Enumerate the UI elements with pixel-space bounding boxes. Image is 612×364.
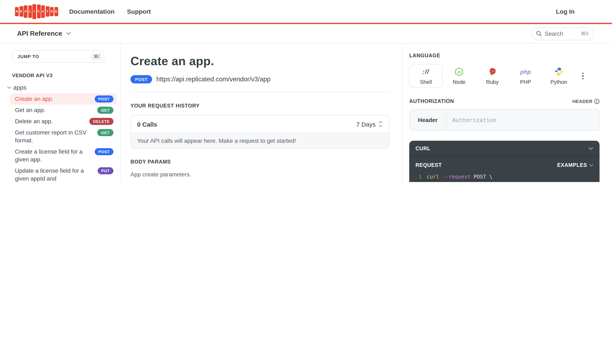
sidebar-item-label: Get an app.	[15, 106, 45, 114]
search-shortcut: ⌘K	[581, 31, 589, 37]
sidebar-item-label: Delete an app.	[15, 117, 53, 125]
history-range-value: 7 Days	[356, 121, 376, 128]
auth-type-badge: HEADER	[572, 99, 600, 104]
shell-icon: ://	[422, 67, 429, 76]
curl-panel-header[interactable]: CURL	[409, 141, 599, 157]
endpoint-list: Create an app.POSTGet an app.GETDelete a…	[10, 93, 117, 182]
jump-to-shortcut: ⌘/	[91, 53, 101, 60]
logo-letter-tile: T	[45, 6, 49, 17]
curl-code-block: 1curl --request POST \2 --url https://ap…	[409, 171, 599, 182]
language-label: Python	[551, 79, 567, 85]
method-badge: POST	[130, 75, 152, 83]
sidebar-item-label: Get customer report in CSV format.	[15, 129, 91, 144]
line-number: 1	[413, 173, 422, 181]
logo-letter-tile: C	[37, 5, 41, 18]
top-nav: Documentation Support	[69, 8, 151, 15]
language-label: Shell	[420, 79, 432, 85]
method-badge: POST	[95, 148, 113, 155]
ruby-icon	[488, 67, 497, 76]
login-link[interactable]: Log In	[556, 8, 575, 15]
sidebar-item-create-a-license-field-for-a-given-app[interactable]: Create a license field for a given app.P…	[10, 146, 117, 165]
request-examples-dropdown[interactable]: EXAMPLES	[557, 162, 593, 168]
logo-letter-tile: E	[50, 7, 54, 16]
search-icon	[536, 31, 542, 37]
jump-to-label: JUMP TO	[17, 54, 39, 59]
php-icon: php	[520, 67, 531, 76]
jump-to-button[interactable]: JUMP TO ⌘/	[12, 50, 104, 63]
method-badge: POST	[95, 95, 113, 103]
request-history-card: 0 Calls 7 Days Your API calls will appea…	[130, 115, 389, 149]
auth-type-label: HEADER	[572, 99, 593, 104]
search-box[interactable]: ⌘K	[531, 27, 594, 40]
sidebar-item-create-an-app[interactable]: Create an app.POST	[10, 93, 117, 104]
logo-letter-tile: A	[41, 5, 45, 18]
language-python[interactable]: Python	[542, 64, 575, 88]
body-params-heading: BODY PARAMS	[130, 159, 389, 165]
authorization-heading: AUTHORIZATION	[409, 98, 454, 104]
info-icon[interactable]	[594, 99, 599, 104]
sidebar-group-apps[interactable]: apps	[7, 84, 120, 91]
sidebar-item-delete-an-app[interactable]: Delete an app.DELETE	[10, 116, 117, 127]
authorization-field: Header	[409, 109, 599, 131]
sidebar-group-label: apps	[13, 84, 26, 91]
curl-title: CURL	[415, 146, 431, 152]
history-empty-message: Your API calls will appear here. Make a …	[131, 133, 389, 148]
sidebar-item-label: Update a license field for a given appId…	[15, 167, 91, 182]
page: REPLICATED Documentation Support Log In …	[0, 0, 612, 182]
calls-count: 0 Calls	[137, 121, 157, 128]
replicated-logo[interactable]: REPLICATED	[15, 4, 58, 19]
code-line: 1curl --request POST \	[413, 173, 594, 181]
divider	[130, 92, 389, 92]
sidebar-item-label: Create a license field for a given app.	[15, 148, 91, 164]
chevron-down-icon	[588, 147, 593, 150]
method-badge: GET	[97, 107, 113, 114]
request-history-heading: YOUR REQUEST HISTORY	[130, 103, 389, 109]
language-list: ://ShellJSNodeRubyphpPHPPython	[409, 64, 599, 88]
code-line: 2 --url https://api.replicated.com/vendo…	[413, 181, 594, 182]
chevron-down-icon	[589, 164, 593, 167]
line-number: 2	[413, 181, 422, 182]
logo-letter-tile: D	[54, 7, 58, 16]
sidebar-section-title: VENDOR API V3	[12, 73, 120, 78]
logo-letter-tile: I	[32, 4, 36, 19]
language-node[interactable]: JSNode	[442, 64, 476, 88]
node-icon: JS	[455, 67, 464, 76]
sort-chevrons-icon	[379, 121, 383, 127]
endpoint-url: https://api.replicated.com/vendor/v3/app	[156, 76, 271, 83]
language-label: PHP	[520, 79, 531, 85]
logo-letter-tile: L	[28, 5, 32, 18]
sidebar-item-get-an-app[interactable]: Get an app.GET	[10, 104, 117, 116]
authorization-input[interactable]	[446, 110, 599, 130]
logo-letter-tile: R	[15, 7, 19, 16]
language-shell[interactable]: ://Shell	[409, 64, 442, 88]
secondary-toolbar: API Reference ⌘K	[0, 24, 612, 44]
top-header: REPLICATED Documentation Support Log In	[0, 0, 612, 23]
examples-label: EXAMPLES	[557, 162, 587, 168]
language-php[interactable]: phpPHP	[509, 64, 542, 88]
sidebar-item-get-customer-report-in-csv-format[interactable]: Get customer report in CSV format.GET	[10, 127, 117, 146]
sidebar: JUMP TO ⌘/ VENDOR API V3 apps Create an …	[0, 44, 121, 182]
sidebar-item-update-a-license-field-for-a-given-appid-and-licensefieldname[interactable]: Update a license field for a given appId…	[10, 165, 117, 182]
auth-field-label: Header	[410, 110, 446, 130]
python-icon	[555, 67, 563, 76]
page-title: Create an app.	[130, 54, 389, 68]
language-overflow-menu[interactable]	[580, 70, 586, 82]
nav-support[interactable]: Support	[127, 8, 151, 15]
body-params-description: App create parameters.	[130, 171, 389, 178]
sidebar-item-label: Create an app.	[15, 95, 53, 103]
chevron-down-icon	[66, 32, 71, 35]
main-content: Create an app. POST https://api.replicat…	[121, 44, 402, 182]
method-badge: GET	[97, 129, 113, 136]
project-switcher[interactable]: API Reference	[17, 30, 71, 37]
chevron-down-icon	[7, 86, 11, 89]
curl-panel: CURL REQUEST EXAMPLES 1curl --request PO…	[409, 141, 599, 182]
request-label: REQUEST	[415, 162, 442, 168]
method-badge: DELETE	[89, 118, 113, 125]
language-heading: LANGUAGE	[409, 53, 599, 59]
logo-letter-tile: E	[19, 6, 23, 17]
history-range-select[interactable]: 7 Days	[356, 121, 383, 128]
nav-documentation[interactable]: Documentation	[69, 8, 114, 15]
language-ruby[interactable]: Ruby	[476, 64, 509, 88]
search-input[interactable]	[545, 30, 578, 37]
logo-letter-tile: P	[24, 5, 27, 18]
